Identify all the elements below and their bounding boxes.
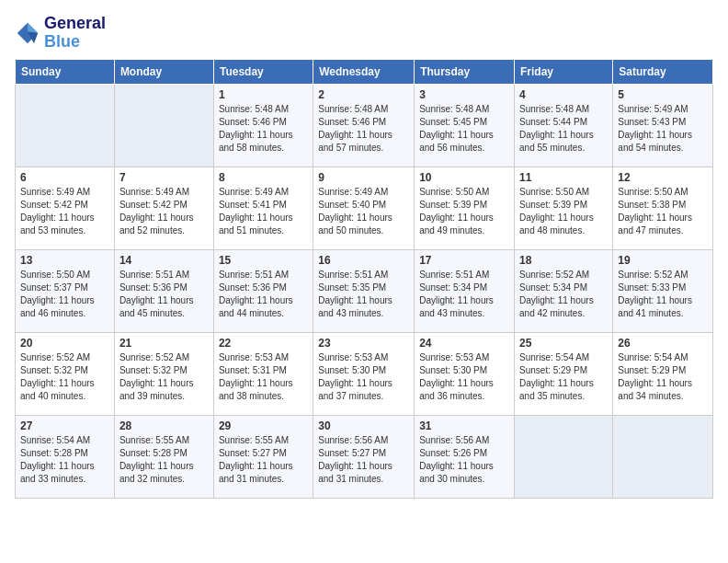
daylight-text: Daylight: 11 hours and 50 minutes. (318, 212, 409, 237)
sunrise-text: Sunrise: 5:55 AM (219, 434, 308, 447)
daylight-text: Daylight: 11 hours and 36 minutes. (419, 377, 509, 403)
daylight-text: Daylight: 11 hours and 46 minutes. (20, 294, 109, 320)
sunrise-text: Sunrise: 5:52 AM (618, 269, 708, 282)
calendar-cell: 13 Sunrise: 5:50 AM Sunset: 5:37 PM Dayl… (16, 249, 115, 332)
calendar-cell: 8 Sunrise: 5:49 AM Sunset: 5:41 PM Dayli… (213, 167, 313, 249)
day-number: 15 (219, 254, 308, 267)
sunset-text: Sunset: 5:35 PM (318, 282, 409, 294)
calendar-cell: 12 Sunrise: 5:50 AM Sunset: 5:38 PM Dayl… (613, 167, 713, 249)
sunset-text: Sunset: 5:38 PM (618, 199, 708, 212)
sunrise-text: Sunrise: 5:50 AM (20, 269, 109, 282)
daylight-text: Daylight: 11 hours and 38 minutes. (219, 377, 308, 403)
day-info: Sunrise: 5:53 AM Sunset: 5:30 PM Dayligh… (318, 351, 409, 403)
header-sunday: Sunday (16, 59, 115, 84)
sunrise-text: Sunrise: 5:52 AM (119, 351, 209, 364)
sunset-text: Sunset: 5:46 PM (318, 116, 409, 129)
day-info: Sunrise: 5:54 AM Sunset: 5:29 PM Dayligh… (618, 351, 708, 403)
sunset-text: Sunset: 5:34 PM (519, 282, 608, 294)
day-number: 9 (318, 171, 409, 184)
calendar-cell: 16 Sunrise: 5:51 AM Sunset: 5:35 PM Dayl… (313, 249, 415, 332)
header-tuesday: Tuesday (213, 59, 313, 84)
day-info: Sunrise: 5:48 AM Sunset: 5:46 PM Dayligh… (219, 103, 308, 155)
calendar-cell: 11 Sunrise: 5:50 AM Sunset: 5:39 PM Dayl… (515, 167, 613, 249)
sunrise-text: Sunrise: 5:50 AM (519, 186, 608, 199)
day-info: Sunrise: 5:54 AM Sunset: 5:28 PM Dayligh… (20, 434, 109, 486)
sunset-text: Sunset: 5:42 PM (119, 199, 209, 212)
daylight-text: Daylight: 11 hours and 48 minutes. (519, 212, 608, 237)
day-info: Sunrise: 5:52 AM Sunset: 5:32 PM Dayligh… (119, 351, 209, 403)
daylight-text: Daylight: 11 hours and 53 minutes. (20, 212, 109, 237)
sunrise-text: Sunrise: 5:54 AM (20, 434, 109, 447)
day-info: Sunrise: 5:49 AM Sunset: 5:42 PM Dayligh… (119, 186, 209, 237)
sunrise-text: Sunrise: 5:49 AM (20, 186, 109, 199)
day-number: 14 (119, 254, 209, 267)
day-info: Sunrise: 5:51 AM Sunset: 5:34 PM Dayligh… (419, 269, 509, 320)
week-row-4: 20 Sunrise: 5:52 AM Sunset: 5:32 PM Dayl… (16, 332, 713, 415)
day-number: 27 (20, 419, 109, 432)
day-info: Sunrise: 5:51 AM Sunset: 5:36 PM Dayligh… (219, 269, 308, 320)
calendar-table: SundayMondayTuesdayWednesdayThursdayFrid… (15, 59, 713, 499)
sunrise-text: Sunrise: 5:52 AM (20, 351, 109, 364)
week-row-1: 1 Sunrise: 5:48 AM Sunset: 5:46 PM Dayli… (16, 84, 713, 167)
day-number: 16 (318, 254, 409, 267)
logo: General Blue (15, 15, 106, 52)
day-number: 8 (219, 171, 308, 184)
sunrise-text: Sunrise: 5:49 AM (318, 186, 409, 199)
daylight-text: Daylight: 11 hours and 56 minutes. (419, 129, 509, 155)
calendar-cell: 24 Sunrise: 5:53 AM Sunset: 5:30 PM Dayl… (415, 332, 515, 415)
logo-icon (15, 20, 40, 46)
sunset-text: Sunset: 5:32 PM (20, 364, 109, 377)
calendar-cell: 30 Sunrise: 5:56 AM Sunset: 5:27 PM Dayl… (313, 415, 415, 498)
calendar-header-row: SundayMondayTuesdayWednesdayThursdayFrid… (16, 59, 713, 84)
daylight-text: Daylight: 11 hours and 49 minutes. (419, 212, 509, 237)
sunrise-text: Sunrise: 5:51 AM (419, 269, 509, 282)
daylight-text: Daylight: 11 hours and 45 minutes. (119, 294, 209, 320)
day-info: Sunrise: 5:56 AM Sunset: 5:27 PM Dayligh… (318, 434, 409, 486)
day-info: Sunrise: 5:49 AM Sunset: 5:41 PM Dayligh… (219, 186, 308, 237)
calendar-cell: 9 Sunrise: 5:49 AM Sunset: 5:40 PM Dayli… (313, 167, 415, 249)
day-number: 24 (419, 337, 509, 350)
sunrise-text: Sunrise: 5:48 AM (318, 103, 409, 116)
sunrise-text: Sunrise: 5:48 AM (219, 103, 308, 116)
sunset-text: Sunset: 5:30 PM (318, 364, 409, 377)
sunset-text: Sunset: 5:37 PM (20, 282, 109, 294)
week-row-3: 13 Sunrise: 5:50 AM Sunset: 5:37 PM Dayl… (16, 249, 713, 332)
day-number: 17 (419, 254, 509, 267)
sunrise-text: Sunrise: 5:56 AM (419, 434, 509, 447)
sunrise-text: Sunrise: 5:53 AM (318, 351, 409, 364)
calendar-cell: 19 Sunrise: 5:52 AM Sunset: 5:33 PM Dayl… (613, 249, 713, 332)
calendar-cell (16, 84, 115, 167)
daylight-text: Daylight: 11 hours and 31 minutes. (318, 460, 409, 486)
calendar-cell: 29 Sunrise: 5:55 AM Sunset: 5:27 PM Dayl… (213, 415, 313, 498)
sunset-text: Sunset: 5:27 PM (318, 447, 409, 460)
calendar-cell: 14 Sunrise: 5:51 AM Sunset: 5:36 PM Dayl… (114, 249, 213, 332)
day-info: Sunrise: 5:49 AM Sunset: 5:42 PM Dayligh… (20, 186, 109, 237)
day-number: 6 (20, 171, 109, 184)
daylight-text: Daylight: 11 hours and 34 minutes. (618, 377, 708, 403)
day-info: Sunrise: 5:52 AM Sunset: 5:34 PM Dayligh… (519, 269, 608, 320)
day-number: 4 (519, 88, 608, 101)
daylight-text: Daylight: 11 hours and 44 minutes. (219, 294, 308, 320)
day-number: 22 (219, 337, 308, 350)
sunset-text: Sunset: 5:26 PM (419, 447, 509, 460)
sunset-text: Sunset: 5:28 PM (20, 447, 109, 460)
day-info: Sunrise: 5:50 AM Sunset: 5:38 PM Dayligh… (618, 186, 708, 237)
daylight-text: Daylight: 11 hours and 42 minutes. (519, 294, 608, 320)
day-info: Sunrise: 5:56 AM Sunset: 5:26 PM Dayligh… (419, 434, 509, 486)
calendar-cell (515, 415, 613, 498)
daylight-text: Daylight: 11 hours and 54 minutes. (618, 129, 708, 155)
daylight-text: Daylight: 11 hours and 35 minutes. (519, 377, 608, 403)
sunrise-text: Sunrise: 5:49 AM (219, 186, 308, 199)
sunset-text: Sunset: 5:46 PM (219, 116, 308, 129)
daylight-text: Daylight: 11 hours and 30 minutes. (419, 460, 509, 486)
sunset-text: Sunset: 5:36 PM (219, 282, 308, 294)
sunset-text: Sunset: 5:31 PM (219, 364, 308, 377)
calendar-cell: 31 Sunrise: 5:56 AM Sunset: 5:26 PM Dayl… (415, 415, 515, 498)
day-number: 11 (519, 171, 608, 184)
calendar-cell: 6 Sunrise: 5:49 AM Sunset: 5:42 PM Dayli… (16, 167, 115, 249)
day-info: Sunrise: 5:54 AM Sunset: 5:29 PM Dayligh… (519, 351, 608, 403)
day-number: 20 (20, 337, 109, 350)
calendar-cell: 3 Sunrise: 5:48 AM Sunset: 5:45 PM Dayli… (415, 84, 515, 167)
sunset-text: Sunset: 5:39 PM (419, 199, 509, 212)
day-number: 19 (618, 254, 708, 267)
